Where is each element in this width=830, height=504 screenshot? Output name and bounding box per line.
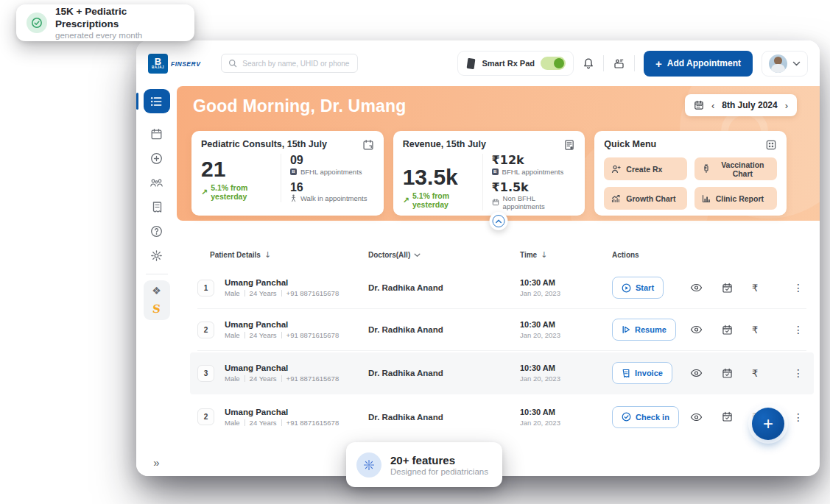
reschedule-icon[interactable] bbox=[722, 368, 733, 379]
syringe-icon bbox=[702, 164, 711, 174]
list-icon bbox=[150, 96, 163, 107]
divider bbox=[603, 55, 604, 71]
col-patient-label: Patient Details bbox=[210, 251, 261, 259]
revenue-card: Revenue, 15th July 13.5k ↗ bbox=[393, 131, 585, 216]
table-row: 2 Umang Panchal Male 24 Years +91 887161… bbox=[197, 396, 806, 438]
table-row: 2 Umang Panchal Male 24 Years +91 887161… bbox=[197, 309, 806, 351]
create-rx-button[interactable]: Create Rx bbox=[604, 157, 686, 180]
main-content: Good Morning, Dr. Umang ‹ 8th July 2024 … bbox=[177, 86, 820, 476]
apps-icon[interactable]: ❖ bbox=[152, 285, 161, 297]
patient-name: Umang Panchal bbox=[225, 278, 339, 287]
check-circle-icon bbox=[622, 412, 631, 422]
bar-chart-icon bbox=[702, 194, 711, 203]
doctor-name: Dr. Radhika Anand bbox=[368, 413, 520, 422]
patient-meta: Male 24 Years +91 8871615678 bbox=[225, 419, 339, 427]
collapse-banner-button[interactable] bbox=[489, 212, 507, 230]
more-options-icon[interactable]: ⋮ bbox=[790, 282, 806, 294]
view-icon[interactable] bbox=[690, 369, 703, 377]
badge-subtitle: generated every month bbox=[55, 31, 184, 40]
tablet-icon bbox=[465, 57, 476, 70]
next-day-icon[interactable]: › bbox=[785, 101, 788, 110]
sidebar-item-add[interactable] bbox=[144, 146, 170, 171]
trend-up-icon: ↗ bbox=[201, 188, 208, 197]
patient-search[interactable] bbox=[221, 54, 358, 73]
create-rx-label: Create Rx bbox=[626, 165, 662, 174]
sehat-logo-icon[interactable]: S bbox=[152, 302, 161, 316]
resume-button[interactable]: Resume bbox=[612, 319, 676, 341]
smart-rx-pad-toggle[interactable] bbox=[541, 57, 566, 70]
table-row: 3 Umang Panchal Male 24 Years +91 887161… bbox=[190, 352, 814, 394]
col-doctors-filter[interactable]: Doctors(All) bbox=[368, 251, 520, 259]
prescriptions-badge: 15K + Pediatric Prescriptions generated … bbox=[16, 4, 194, 41]
reschedule-icon[interactable] bbox=[722, 324, 733, 336]
growth-chart-icon bbox=[611, 194, 621, 203]
greeting-text: Good Morning, Dr. Umang bbox=[193, 96, 407, 116]
table-header: Patient Details ↓ Doctors(All) Time ↓ Ac… bbox=[197, 250, 806, 267]
sparkle-icon bbox=[356, 452, 381, 478]
device-icon[interactable] bbox=[613, 57, 625, 70]
sidebar-item-calendar[interactable] bbox=[144, 122, 170, 146]
sidebar-item-patients[interactable] bbox=[144, 171, 170, 195]
more-options-icon[interactable]: ⋮ bbox=[790, 411, 806, 423]
reschedule-icon[interactable] bbox=[722, 411, 733, 422]
check-in-button[interactable]: Check in bbox=[612, 406, 679, 428]
sidebar-collapse-icon[interactable]: » bbox=[153, 456, 159, 469]
patient-name: Umang Panchal bbox=[225, 408, 339, 416]
queue-number: 2 bbox=[197, 322, 214, 338]
growth-chart-button[interactable]: Growth Chart bbox=[604, 187, 686, 210]
view-icon[interactable] bbox=[690, 283, 703, 292]
grid-icon bbox=[765, 139, 777, 151]
search-input[interactable] bbox=[242, 60, 351, 68]
add-fab-button[interactable]: + bbox=[752, 408, 784, 440]
chevron-down-icon bbox=[414, 253, 421, 258]
queue-number: 3 bbox=[197, 365, 214, 382]
invoice-button[interactable]: Invoice bbox=[612, 362, 672, 384]
patient-meta: Male 24 Years +91 8871615678 bbox=[225, 375, 339, 383]
calendar-icon bbox=[694, 100, 704, 110]
prev-day-icon[interactable]: ‹ bbox=[711, 101, 714, 110]
features-title: 20+ features bbox=[390, 453, 488, 468]
app-window: B BAJAJ FINSERV Smart Rx Pad bbox=[136, 40, 820, 476]
nonbfhl-revenue-label: Non BFHL appointments bbox=[503, 194, 576, 210]
sidebar-item-help[interactable] bbox=[144, 219, 170, 244]
doctor-name: Dr. Radhika Anand bbox=[368, 369, 520, 377]
add-appointment-label: Add Appointment bbox=[667, 58, 741, 68]
page: 15K + Pediatric Prescriptions generated … bbox=[0, 0, 830, 504]
date-picker[interactable]: ‹ 8th July 2024 › bbox=[685, 94, 797, 116]
sidebar-item-dashboard[interactable] bbox=[144, 89, 170, 113]
quick-menu-card: Quick Menu Create Rx bbox=[594, 131, 787, 216]
gear-icon bbox=[150, 249, 163, 262]
view-icon[interactable] bbox=[690, 413, 703, 422]
revenue-trend: 5.1% from yesterday bbox=[412, 191, 482, 209]
profile-menu[interactable] bbox=[762, 51, 808, 77]
growth-chart-label: Growth Chart bbox=[626, 194, 675, 203]
appointments-table: Patient Details ↓ Doctors(All) Time ↓ Ac… bbox=[177, 221, 820, 438]
view-icon[interactable] bbox=[690, 325, 703, 334]
start-button[interactable]: Start bbox=[612, 277, 664, 299]
walkin-appointments-label: Walk in appointments bbox=[300, 194, 367, 202]
reschedule-icon[interactable] bbox=[722, 283, 733, 294]
calendar-small-icon bbox=[492, 199, 499, 206]
payment-icon[interactable]: ₹ bbox=[752, 368, 758, 379]
trend-up-icon: ↗ bbox=[403, 196, 409, 205]
play-circle-icon bbox=[622, 283, 631, 293]
divider bbox=[146, 274, 168, 274]
add-appointment-button[interactable]: + Add Appointment bbox=[644, 51, 753, 77]
col-time[interactable]: Time ↓ bbox=[520, 250, 612, 260]
bfhl-appointments-value: 09 bbox=[290, 154, 374, 167]
sidebar-item-records[interactable] bbox=[144, 195, 170, 219]
more-options-icon[interactable]: ⋮ bbox=[790, 367, 806, 379]
notifications-bell-icon[interactable] bbox=[583, 57, 594, 70]
sidebar-item-settings[interactable] bbox=[144, 244, 170, 268]
col-patient-details[interactable]: Patient Details ↓ bbox=[197, 250, 368, 260]
clinic-report-button[interactable]: Clinic Report bbox=[694, 187, 777, 210]
payment-icon[interactable]: ₹ bbox=[752, 324, 758, 336]
vaccination-chart-button[interactable]: Vaccination Chart bbox=[694, 157, 777, 180]
consults-trend: 5.1% from yesterday bbox=[211, 183, 281, 201]
search-icon bbox=[228, 59, 237, 68]
document-icon bbox=[151, 201, 163, 213]
more-options-icon[interactable]: ⋮ bbox=[790, 324, 806, 336]
payment-icon[interactable]: ₹ bbox=[752, 283, 758, 294]
calendar-page-icon bbox=[362, 139, 374, 151]
quick-menu-title: Quick Menu bbox=[604, 139, 656, 149]
